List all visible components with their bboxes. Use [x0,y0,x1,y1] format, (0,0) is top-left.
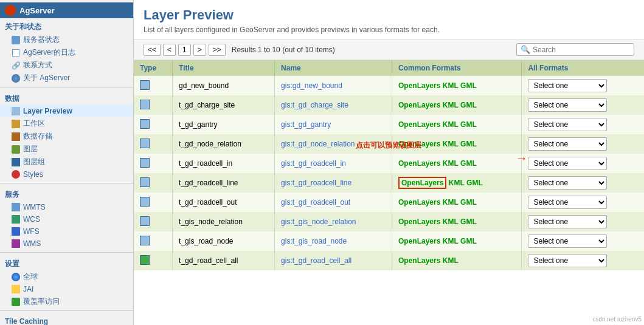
layer-name-link[interactable]: gis:t_gd_roadcell_out [281,198,350,207]
highlighted-format-link[interactable]: OpenLayers [398,177,446,189]
format-link[interactable]: OpenLayers [398,198,440,207]
cell-title: t_gd_gantry [173,115,275,134]
layer-name-link[interactable]: gis:t_gd_roadcell_in [281,159,346,168]
all-formats-select[interactable]: Select one [528,157,607,170]
format-link[interactable]: KML [443,198,459,207]
all-formats-select[interactable]: Select one [528,234,607,248]
format-link[interactable]: KML [443,101,459,109]
sidebar-item-global[interactable]: 全球 [0,270,133,283]
sidebar-item-wms[interactable]: WMS [0,238,133,250]
cell-name[interactable]: gis:t_gd_roadcell_in [275,154,392,173]
sidebar-item-contact[interactable]: 🔗 联系方式 [0,59,133,72]
format-link[interactable]: GML [460,198,477,207]
about-icon [11,74,21,83]
table-row: t_gd_node_relationgis:t_gd_node_relation… [134,134,644,154]
sidebar-item-about[interactable]: 关于 AgServer [0,72,133,84]
next-page-button[interactable]: > [193,44,206,56]
cell-name[interactable]: gis:t_gd_gantry [275,115,392,134]
page-number-button[interactable]: 1 [178,44,191,56]
format-link[interactable]: KML [443,217,459,226]
cell-type [134,212,173,231]
format-link[interactable]: KML [443,256,459,265]
page-subtitle: List of all layers configured in GeoServ… [144,26,634,34]
layer-name-link[interactable]: gis:t_gis_node_relation [281,217,356,226]
format-link[interactable]: GML [460,159,477,168]
vector-type-icon [140,177,150,187]
format-link[interactable]: OpenLayers [398,81,440,90]
sidebar-item-layergroups[interactable]: 图层组 [0,156,133,168]
all-formats-select[interactable]: Select one [528,196,607,209]
format-link[interactable]: OpenLayers [398,256,440,265]
search-input[interactable] [533,46,630,54]
format-link[interactable]: OpenLayers [398,120,440,129]
layer-name-link[interactable]: gis:t_gd_roadcell_line [281,179,351,187]
cell-title: t_gis_road_node [173,231,275,251]
all-formats-select[interactable]: Select one [528,79,607,92]
cell-common-formats: OpenLayers KML GML [392,115,522,134]
layers-table: Type Title Name Common Formats All Forma… [134,60,644,270]
cell-title: t_gd_roadcell_line [173,173,275,193]
format-link[interactable]: GML [460,81,477,90]
all-formats-select[interactable]: Select one [528,176,607,190]
cell-name[interactable]: gis:t_gd_roadcell_line [275,173,392,193]
format-link[interactable]: GML [460,140,477,148]
vector-type-icon [140,100,150,109]
all-formats-select[interactable]: Select one [528,137,607,151]
format-link[interactable]: OpenLayers [398,140,440,148]
format-link[interactable]: KML [443,159,459,168]
format-link[interactable]: OpenLayers [401,179,443,187]
cell-all-formats: Select one [522,231,644,251]
format-link[interactable]: KML [443,81,459,90]
sidebar-label: 联系方式 [23,60,52,70]
cell-title: t_gd_road_cell_all [173,251,275,270]
layer-name-link[interactable]: gis:t_gd_node_relation [281,140,355,148]
sidebar-item-coverage[interactable]: 覆盖率访问 [0,295,133,308]
format-link[interactable]: GML [460,120,477,129]
sidebar-item-layer-preview[interactable]: Layer Preview [0,105,133,117]
cell-name[interactable]: gis:t_gd_road_cell_all [275,251,392,270]
sidebar-item-styles[interactable]: Styles [0,168,133,180]
format-link[interactable]: GML [460,101,477,109]
cell-name[interactable]: gis:t_gis_node_relation [275,212,392,231]
cell-name[interactable]: gis:t_gis_road_node [275,231,392,251]
format-link[interactable]: OpenLayers [398,159,440,168]
cell-name[interactable]: gis:t_gd_node_relation [275,134,392,154]
format-link[interactable]: KML [443,237,459,245]
sidebar-item-wfs[interactable]: WFS [0,225,133,238]
all-formats-select[interactable]: Select one [528,98,607,112]
layer-name-link[interactable]: gis:t_gd_gantry [281,120,331,129]
cell-name[interactable]: gis:gd_new_bound [275,76,392,95]
prev-page-button[interactable]: < [163,44,176,56]
cell-name[interactable]: gis:t_gd_charge_site [275,95,392,115]
last-page-button[interactable]: >> [209,44,226,56]
first-page-button[interactable]: << [144,44,161,56]
sidebar-item-server-log[interactable]: AgServer的日志 [0,46,133,59]
sidebar-item-wmts[interactable]: WMTS [0,201,133,213]
layer-name-link[interactable]: gis:t_gis_road_node [281,237,347,245]
format-link[interactable]: GML [466,179,483,187]
sidebar-item-server-status[interactable]: 服务器状态 [0,33,133,46]
sidebar-item-workspace[interactable]: 工作区 [0,117,133,130]
format-link[interactable]: KML [449,179,465,187]
all-formats-select[interactable]: Select one [528,215,607,228]
wfs-icon [11,227,21,236]
cell-name[interactable]: gis:t_gd_roadcell_out [275,193,392,212]
format-link[interactable]: KML [443,120,459,129]
format-link[interactable]: OpenLayers [398,101,440,109]
format-link[interactable]: OpenLayers [398,217,440,226]
all-formats-select[interactable]: Select one [528,254,607,267]
format-link[interactable]: GML [460,237,477,245]
sidebar-item-wcs[interactable]: WCS [0,213,133,225]
format-link[interactable]: KML [443,140,459,148]
map-icon [11,145,21,154]
layer-name-link[interactable]: gis:t_gd_road_cell_all [281,256,351,265]
sidebar-item-datastore[interactable]: 数据存储 [0,130,133,143]
layer-name-link[interactable]: gis:gd_new_bound [281,81,342,90]
sidebar-item-jai[interactable]: JAI [0,283,133,295]
sidebar-label: 图层组 [23,157,45,167]
sidebar-item-layers[interactable]: 图层 [0,143,133,156]
layer-name-link[interactable]: gis:t_gd_charge_site [281,101,348,109]
all-formats-select[interactable]: Select one [528,118,607,131]
format-link[interactable]: GML [460,217,477,226]
format-link[interactable]: OpenLayers [398,237,440,245]
